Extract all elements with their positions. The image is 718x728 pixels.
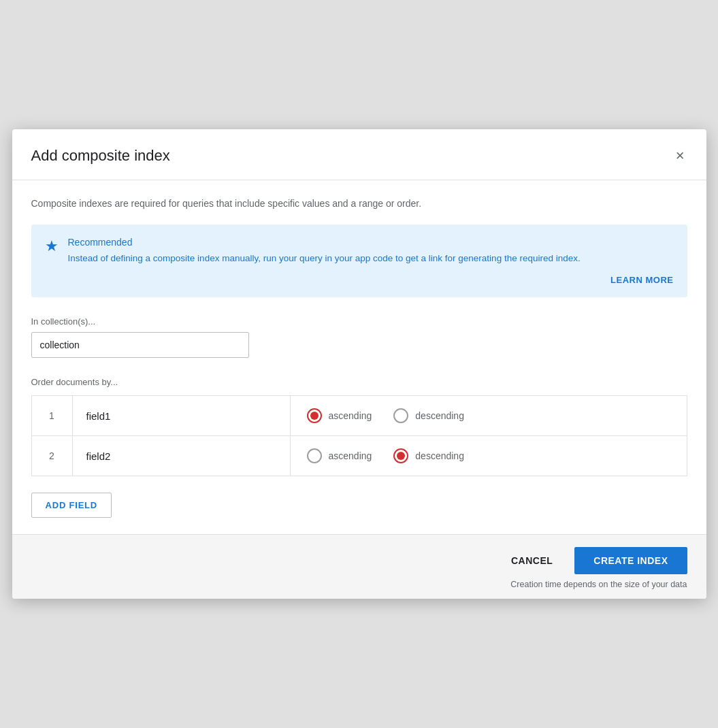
recommendation-box: ★ Recommended Instead of defining a comp…	[31, 225, 687, 297]
description-text: Composite indexes are required for queri…	[31, 197, 687, 211]
table-row: 2 field2 ascending	[31, 436, 687, 476]
descending-label-2: descending	[415, 450, 464, 461]
dialog-title: Add composite index	[31, 147, 170, 165]
fields-table: 1 field1 ascending	[31, 395, 687, 476]
field-num-1: 1	[31, 396, 72, 436]
star-icon: ★	[45, 237, 59, 255]
field-name-1: field1	[72, 396, 290, 436]
dialog-footer: CANCEL CREATE INDEX Creation time depend…	[12, 534, 706, 599]
ascending-radio-2[interactable]	[307, 448, 322, 463]
descending-radio-inner-2	[397, 452, 405, 460]
radio-group-1: ascending descending	[307, 408, 670, 423]
ascending-option-2[interactable]: ascending	[307, 448, 372, 463]
create-index-button[interactable]: CREATE INDEX	[574, 547, 687, 574]
collection-label: In collection(s)...	[31, 316, 687, 327]
ascending-label-1: ascending	[329, 410, 372, 421]
add-field-button[interactable]: ADD FIELD	[31, 493, 112, 518]
field-name-2: field2	[72, 436, 290, 476]
learn-more-button[interactable]: LEARN MORE	[45, 275, 674, 285]
ascending-radio-1[interactable]	[307, 408, 322, 423]
ascending-radio-inner-1	[310, 412, 319, 420]
add-composite-index-dialog: Add composite index × Composite indexes …	[12, 129, 706, 599]
descending-radio-2[interactable]	[393, 448, 408, 463]
cancel-button[interactable]: CANCEL	[495, 547, 569, 574]
descending-option-2[interactable]: descending	[393, 448, 464, 463]
footer-actions: CANCEL CREATE INDEX	[31, 547, 687, 574]
field-options-1: ascending descending	[290, 396, 687, 436]
descending-option-1[interactable]: descending	[393, 408, 464, 423]
collection-input[interactable]	[31, 332, 249, 358]
ascending-label-2: ascending	[329, 450, 372, 461]
dialog-header: Add composite index ×	[12, 129, 706, 180]
field-options-2: ascending descending	[290, 436, 687, 476]
footer-note: Creation time depends on the size of you…	[31, 580, 687, 589]
ascending-option-1[interactable]: ascending	[307, 408, 372, 423]
recommendation-header: ★ Recommended Instead of defining a comp…	[45, 237, 674, 265]
dialog-body: Composite indexes are required for queri…	[12, 180, 706, 534]
recommendation-title: Recommended	[68, 237, 674, 248]
field-num-2: 2	[31, 436, 72, 476]
recommendation-desc: Instead of defining a composite index ma…	[68, 252, 674, 265]
descending-radio-1[interactable]	[393, 408, 408, 423]
descending-label-1: descending	[415, 410, 464, 421]
recommendation-content: Recommended Instead of defining a compos…	[68, 237, 674, 265]
order-label: Order documents by...	[31, 377, 687, 387]
close-button[interactable]: ×	[673, 146, 687, 166]
table-row: 1 field1 ascending	[31, 396, 687, 436]
radio-group-2: ascending descending	[307, 448, 670, 463]
